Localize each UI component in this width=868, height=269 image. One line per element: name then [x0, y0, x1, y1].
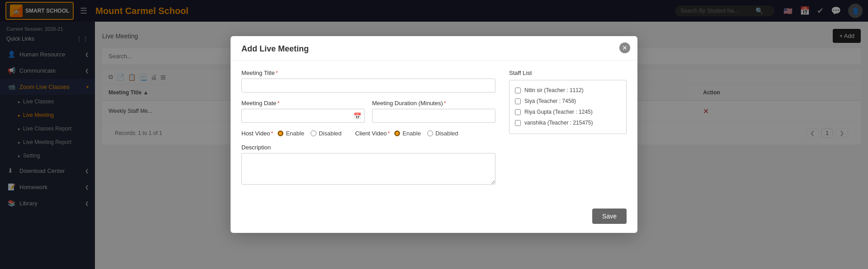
description-textarea[interactable] — [241, 153, 495, 185]
duration-input[interactable] — [372, 109, 495, 123]
modal-header: Add Live Meeting ✕ — [231, 36, 637, 60]
required-star: * — [276, 70, 278, 76]
staff-checkbox-1[interactable] — [515, 98, 521, 104]
required-star: * — [387, 130, 390, 137]
modal-left: Meeting Title* Meeting Date* 📅 — [241, 70, 495, 193]
host-disabled-label[interactable]: Disabled — [311, 130, 342, 137]
staff-list-box: Nitin sir (Teacher : 1112) Siya (Teacher… — [509, 80, 627, 134]
meeting-date-label: Meeting Date* — [241, 100, 365, 107]
form-group-description: Description — [241, 144, 495, 186]
add-live-meeting-modal: Add Live Meeting ✕ Meeting Title* Me — [231, 36, 637, 233]
staff-checkbox-3[interactable] — [515, 120, 521, 126]
video-row: Host Video* Enable Disabled — [241, 130, 495, 137]
host-video-group: Host Video* Enable Disabled — [241, 130, 342, 137]
staff-checkbox-0[interactable] — [515, 88, 521, 93]
modal-grid: Meeting Title* Meeting Date* 📅 — [241, 70, 627, 193]
staff-list-label: Staff List — [509, 70, 627, 76]
modal-right: Staff List Nitin sir (Teacher : 1112) Si… — [509, 70, 627, 193]
modal-title: Add Live Meeting — [241, 44, 309, 53]
staff-item-0: Nitin sir (Teacher : 1112) — [514, 85, 622, 96]
form-group-meeting-title: Meeting Title* — [241, 70, 495, 93]
staff-item-1: Siya (Teacher : 7458) — [514, 96, 622, 107]
required-star: * — [444, 100, 446, 107]
modal-close-button[interactable]: ✕ — [619, 42, 630, 53]
client-disabled-radio[interactable] — [427, 130, 433, 136]
client-video-label: Client Video* — [355, 130, 390, 137]
host-disabled-radio[interactable] — [311, 130, 316, 136]
staff-name-1: Siya (Teacher : 7458) — [524, 98, 576, 104]
meeting-date-input[interactable] — [241, 109, 365, 123]
client-disabled-label[interactable]: Disabled — [427, 130, 458, 137]
date-input-wrap: 📅 — [241, 109, 365, 123]
form-group-duration: Meeting Duration (Minutes)* — [372, 100, 495, 123]
save-button[interactable]: Save — [592, 209, 627, 224]
meeting-title-label: Meeting Title* — [241, 70, 495, 76]
client-video-group: Client Video* Enable Disabl — [355, 130, 458, 137]
host-video-radio-group: Enable Disabled — [278, 130, 341, 137]
form-group-meeting-date: Meeting Date* 📅 — [241, 100, 365, 123]
client-enable-label[interactable]: Enable — [394, 130, 420, 137]
staff-name-2: Riya Gupta (Teacher : 1245) — [524, 109, 593, 115]
host-enable-radio[interactable] — [278, 130, 283, 136]
description-label: Description — [241, 144, 495, 151]
duration-label: Meeting Duration (Minutes)* — [372, 100, 495, 107]
meeting-title-input[interactable] — [241, 79, 495, 93]
host-video-label: Host Video* — [241, 130, 273, 137]
form-group-video: Host Video* Enable Disabled — [241, 130, 495, 137]
staff-checkbox-2[interactable] — [515, 109, 521, 115]
staff-name-3: vanshika (Teacher : 215475) — [524, 120, 593, 126]
calendar-icon[interactable]: 📅 — [354, 112, 361, 120]
client-video-radio-group: Enable Disabled — [394, 130, 458, 137]
required-star: * — [271, 130, 273, 137]
form-row-date-duration: Meeting Date* 📅 Meeting Duration (Minute… — [241, 100, 495, 130]
staff-item-3: vanshika (Teacher : 215475) — [514, 117, 622, 128]
client-enable-radio[interactable] — [394, 130, 400, 136]
required-star: * — [277, 100, 279, 107]
host-enable-label[interactable]: Enable — [278, 130, 304, 137]
modal-body: Meeting Title* Meeting Date* 📅 — [231, 60, 637, 202]
modal-overlay: Add Live Meeting ✕ Meeting Title* Me — [0, 0, 868, 269]
staff-name-0: Nitin sir (Teacher : 1112) — [524, 87, 584, 93]
modal-footer: Save — [231, 202, 637, 233]
staff-item-2: Riya Gupta (Teacher : 1245) — [514, 107, 622, 117]
